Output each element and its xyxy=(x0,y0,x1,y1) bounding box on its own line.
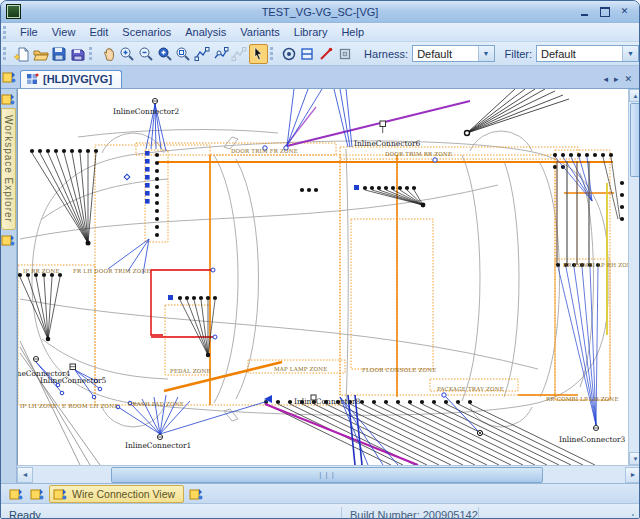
toolbar: Harness: Default ▼ Filter: Default ▼ xyxy=(1,42,639,66)
wire-connection-view-tab[interactable]: Wire Connection View xyxy=(49,485,184,503)
label-inline-connector-5: InlineConnector5 xyxy=(40,376,107,385)
show-splices-icon xyxy=(318,46,334,62)
select-tool-button[interactable] xyxy=(249,44,268,64)
document-tab-label: [HLD]VG[VG] xyxy=(43,73,112,85)
zoom-in-button[interactable] xyxy=(118,44,137,64)
harness-dropdown-arrow-icon[interactable]: ▼ xyxy=(478,46,494,61)
tab-scroll-next-icon[interactable]: ▸ xyxy=(614,74,619,84)
document-tab-icon xyxy=(26,73,39,85)
open-button[interactable] xyxy=(31,44,50,64)
zoom-window-button[interactable] xyxy=(155,44,174,64)
scroll-left-icon[interactable]: ◄ xyxy=(17,467,33,483)
horizontal-scrollbar[interactable]: ◄ | | | ► xyxy=(17,465,640,483)
zoom-window-icon xyxy=(157,46,173,62)
zoom-extents-icon xyxy=(175,46,191,62)
label-inline-connector-1: InlineConnector1 xyxy=(125,441,191,450)
show-connectors-button[interactable] xyxy=(279,44,298,64)
view-tab-4-icon xyxy=(189,487,204,501)
menu-view[interactable]: View xyxy=(45,24,83,40)
view-tab-4-button[interactable] xyxy=(187,486,205,502)
report-graph-alt-button[interactable] xyxy=(211,44,230,64)
show-splices-button[interactable] xyxy=(317,44,336,64)
toolbar-drag-handle-1 xyxy=(3,47,11,60)
zoom-extents-button[interactable] xyxy=(174,44,193,64)
view-tab-1-icon xyxy=(9,487,24,501)
maximize-button[interactable] xyxy=(596,5,613,19)
diagram-canvas[interactable]: InlineConnector2InlineConnector6InlineCo… xyxy=(17,89,628,465)
view-tab-1-button[interactable] xyxy=(7,486,25,502)
label-inline-connector-3: InlineConnector3 xyxy=(559,435,626,444)
show-connectors-icon xyxy=(281,46,297,62)
report-graph-disabled-button xyxy=(230,44,249,64)
report-graph-icon xyxy=(194,46,210,62)
label-zone-rr-combi-lp-rh: RR COMBI LP RH ZONE xyxy=(563,262,628,268)
menu-variants[interactable]: Variants xyxy=(233,24,287,40)
scroll-down-icon[interactable]: ▼ xyxy=(629,452,640,465)
pan-tool-button[interactable] xyxy=(99,44,118,64)
menu-scenarios[interactable]: Scenarios xyxy=(115,24,178,40)
label-zone-door-trim-fr: DOOR TRIM FR ZONE xyxy=(231,148,298,154)
status-build-number: Build Number: 200905142 xyxy=(342,509,478,519)
save-workspace-button[interactable] xyxy=(69,44,88,64)
vertical-scrollbar-thumb[interactable] xyxy=(630,103,640,177)
workspace-explorer-icon[interactable] xyxy=(1,92,16,106)
save-workspace-icon xyxy=(70,46,86,62)
save-button[interactable] xyxy=(50,44,69,64)
filter-select[interactable]: Default ▼ xyxy=(536,45,639,62)
status-bar: Ready Build Number: 200905142 xyxy=(1,503,639,519)
label-zone-fr-lh-door-trim: FR LH DOOR TRIM ZONE xyxy=(73,268,151,274)
harness-label: Harness: xyxy=(364,48,408,60)
show-harness-button[interactable] xyxy=(298,44,317,64)
report-graph-disabled-icon xyxy=(231,46,247,62)
minimize-icon xyxy=(581,14,588,16)
show-bounds-icon xyxy=(337,46,353,62)
report-graph-alt-icon xyxy=(213,46,229,62)
tab-scroll-prev-icon[interactable]: ◂ xyxy=(603,74,608,84)
menu-library[interactable]: Library xyxy=(287,24,335,40)
filter-dropdown-arrow-icon[interactable]: ▼ xyxy=(622,46,638,61)
harness-select-value: Default xyxy=(413,48,477,60)
label-zone-package-tray: PACKAGE TRAY ZONE xyxy=(437,386,504,392)
close-button[interactable]: ✕ xyxy=(616,5,633,19)
zoom-out-button[interactable] xyxy=(137,44,156,64)
workspace-explorer-tab[interactable]: Workspace Explorer xyxy=(1,108,16,230)
label-zone-door-trim-rr: DOOR TRIM RR ZONE xyxy=(385,151,452,157)
scroll-up-icon[interactable]: ▲ xyxy=(629,89,640,102)
window-title: TEST_VG-VG_SC-[VG] xyxy=(1,6,639,18)
wire-connection-view-icon xyxy=(53,487,68,501)
show-bounds-button[interactable] xyxy=(335,44,354,64)
menu-edit[interactable]: Edit xyxy=(82,24,115,40)
filter-label: Filter: xyxy=(505,48,533,60)
menu-help[interactable]: Help xyxy=(334,24,371,40)
view-tab-bar: Wire Connection View xyxy=(1,483,639,503)
workspace-icon[interactable] xyxy=(2,70,17,84)
wire-connection-view-label: Wire Connection View xyxy=(72,488,175,500)
scroll-right-icon[interactable]: ► xyxy=(625,467,640,483)
menu-analysis[interactable]: Analysis xyxy=(178,24,233,40)
new-document-button[interactable] xyxy=(13,44,32,64)
select-cursor-icon xyxy=(250,46,266,62)
resize-grip[interactable] xyxy=(624,512,636,519)
harness-select[interactable]: Default ▼ xyxy=(412,45,494,62)
document-tab-hld-vg[interactable]: [HLD]VG[VG] xyxy=(20,70,122,88)
label-zone-pedal: PEDAL ZONE xyxy=(170,368,211,374)
close-icon: ✕ xyxy=(621,7,629,16)
secondary-panel-icon[interactable] xyxy=(1,233,16,247)
zoom-in-icon xyxy=(119,46,135,62)
menu-bar: File View Edit Scenarios Analysis Varian… xyxy=(1,23,639,42)
horizontal-scrollbar-thumb[interactable]: | | | xyxy=(111,467,543,483)
view-tab-2-button[interactable] xyxy=(28,486,46,502)
report-graph-button[interactable] xyxy=(193,44,212,64)
maximize-icon xyxy=(600,7,610,17)
left-dock-bar: Workspace Explorer xyxy=(1,89,17,483)
label-inline-connector-6: InlineConnector6 xyxy=(354,139,421,148)
document-tab-bar: [HLD]VG[VG] ◂ ▸ ✕ xyxy=(1,66,639,89)
vertical-scrollbar[interactable]: ▲ ▼ xyxy=(628,89,640,465)
toolbar-drag-handle-3 xyxy=(270,47,278,60)
minimize-button[interactable] xyxy=(576,5,593,19)
tab-close-icon[interactable]: ✕ xyxy=(624,74,632,84)
status-ready: Ready xyxy=(1,509,341,519)
menu-file[interactable]: File xyxy=(13,24,45,40)
label-inline-connector-2: InlineConnector2 xyxy=(113,107,180,116)
filter-select-value: Default xyxy=(537,48,622,60)
